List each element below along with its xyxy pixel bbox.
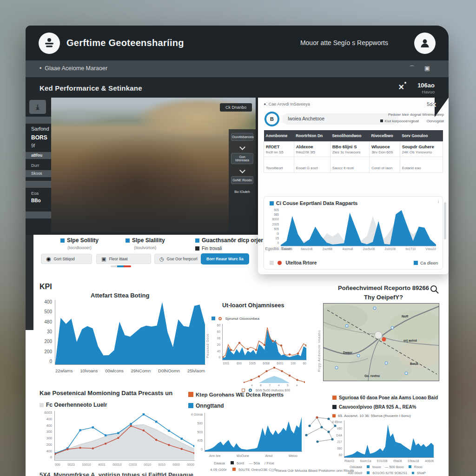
- close-icon[interactable]: ✕: [431, 101, 437, 109]
- header-session-label: Mouor atte Segío s Reppworts: [300, 39, 388, 46]
- legend-3-sub-row: Fin trovali Egedtiti. Txxes: [195, 246, 292, 251]
- tick-label: 600: [237, 362, 242, 365]
- legend-3-sub: Fin trovali: [202, 246, 222, 251]
- frame-icon[interactable]: ▣: [424, 65, 430, 72]
- sidebar-item-eoa[interactable]: Eoa: [31, 191, 39, 196]
- bottom-right-legend-1: Sgurioaa 60 daoa Poae ala Aams Looao Bai…: [332, 395, 438, 400]
- info-icon[interactable]: i: [438, 199, 439, 204]
- map-label: Go. rovtno: [364, 374, 380, 377]
- download-icon[interactable]: ⤓: [29, 100, 46, 114]
- photo-badge[interactable]: Ck Dnanbo: [220, 103, 252, 112]
- sub-label: — 50a: [249, 461, 260, 465]
- nav-active-item[interactable]: • Glaae Aceiome Maraoer: [40, 65, 107, 72]
- bottom-right-yticks: 4 65roxV60D4A21706060: [328, 421, 342, 457]
- legend-2-sub: (Itoulvorton): [126, 245, 165, 250]
- bottom-right-chart: [344, 421, 434, 457]
- sidebar-item-bors[interactable]: BORS: [31, 134, 47, 141]
- sub-label: 6O1OG tUTE 9O62S1: [372, 471, 407, 475]
- overlay-pill-3[interactable]: GoNE Roodo: [231, 176, 253, 184]
- tick-label: 200: [44, 350, 52, 354]
- table-row: RfOETfnclf nn S5 Aldexoefniio2/9t 3t5 BB…: [264, 142, 443, 157]
- chevron-down-icon[interactable]: [239, 144, 245, 150]
- bottom-left-yticks: 60034004003003002004000: [39, 411, 52, 459]
- tick-label: E01008: [377, 460, 387, 463]
- tick-label: 6068: [263, 362, 269, 365]
- col-header: Senolihondwoo: [330, 130, 369, 142]
- legend-item-2: Slpe Slalility (Itoulvorton): [126, 237, 165, 250]
- badge-b-icon[interactable]: B: [264, 112, 279, 126]
- blue-square-icon: [60, 238, 65, 243]
- grey-square-icon: [271, 469, 274, 472]
- primary-action-button[interactable]: Borr Reaur Wurc lia: [201, 253, 249, 264]
- overlay-pill-1[interactable]: Ouvvtisbanoea: [231, 133, 253, 141]
- tick-label: 500: [197, 422, 203, 425]
- tick-label: 0: [201, 448, 203, 451]
- bottom-right-sub-1: Oduaaa touuo — 500 6ooo Rooo: [350, 465, 423, 469]
- map-frame: Noff ex) avirot Dwaor Bwub Go. rovtno: [323, 303, 439, 381]
- legend-3-text: Guacthsanôr dlcp orjer: [202, 237, 263, 244]
- tick-label: 60: [217, 331, 220, 334]
- mini-chart: [244, 366, 305, 383]
- x-axis-line: [344, 457, 434, 458]
- tick-label: Rtao03: [344, 460, 354, 463]
- brand-logo-icon[interactable]: [39, 33, 60, 54]
- dots-icon: ●⁚: [264, 102, 269, 106]
- panel-chart-xticks: 6aaou86aou1n82octt884ocinu82oo5o082o0t10…: [281, 248, 436, 251]
- alert-marker-icon: [382, 337, 386, 342]
- mid-chart-title: Ut-Ioaort Ohjamnisees: [222, 302, 284, 309]
- teal-square-icon: [412, 472, 414, 474]
- bottom-right-legend-2: Cauvooxlpivoo (BRA 925 A., REA%: [332, 404, 416, 410]
- bottom-left-xticks: 000002310010400100010C003001000100000000…: [55, 463, 194, 466]
- sidebar-item-durr[interactable]: Durr: [31, 163, 40, 168]
- sub-label: 4.05 G00r: [210, 468, 227, 472]
- user-avatar[interactable]: [414, 33, 436, 54]
- tick-label: E5tau18: [408, 460, 419, 463]
- tick-label: 0l: [277, 232, 279, 236]
- tick-label: 585: [274, 213, 279, 217]
- bottom-left-legend: Fc Oeerhenneoto Luelr: [40, 402, 107, 408]
- sub-label: / Froe: [264, 461, 274, 465]
- black-square-icon: [380, 119, 383, 122]
- sidebar-item-sarfond[interactable]: Sarfond: [31, 126, 49, 132]
- legend-1-sub: (Iocrdtoooer): [60, 245, 99, 250]
- tick-label: 400: [46, 450, 52, 453]
- bullet-icon: •: [40, 65, 41, 72]
- blue-square-icon: [126, 238, 130, 243]
- tick-label: 2octt88: [323, 248, 332, 251]
- report-table: Aovnbonne Roortrhton Dn Senolihondwoo Ri…: [264, 130, 443, 173]
- tick-label: 8000: [272, 218, 279, 221]
- search-icon[interactable]: [430, 284, 440, 295]
- bottom-right-legend-3: 65. Aoosnvt. 10 36: 55oroa (fhuoerin I 6…: [332, 414, 411, 418]
- sidebar-item-bbo[interactable]: BBo: [31, 198, 41, 203]
- overlay-pill-4[interactable]: Bo IOuleh: [231, 188, 253, 196]
- cell-value: Saocc lt reoti: [332, 159, 367, 170]
- tools-icon[interactable]: ✕: [398, 83, 404, 92]
- tick-label: 10010: [82, 463, 91, 466]
- floor-button[interactable]: ▣Fleor ittaat: [96, 254, 151, 264]
- tick-label: 4: [251, 384, 252, 387]
- overlay-pill-2[interactable]: Gon Idrereaea: [231, 153, 253, 164]
- col-header: Sorv Goouloo: [400, 130, 443, 142]
- panel-breadcrumb-label: Cae Arovdi InSaveeya: [269, 102, 310, 106]
- arc-icon[interactable]: ⌒: [409, 65, 415, 73]
- scrollbar[interactable]: [444, 202, 446, 239]
- col-header: Roortrhton Dn: [294, 130, 330, 142]
- sidebar-item-9f[interactable]: 9f: [31, 143, 35, 148]
- bottom-mid-yticks: 4 Güroa5005034050: [187, 413, 203, 451]
- map[interactable]: Noff ex) avirot Dwaor Bwub Go. rovtno: [324, 304, 439, 381]
- map-label: ex) avirot: [403, 339, 417, 343]
- tick-label: 4 Güroa: [191, 413, 203, 416]
- tick-label: Ann bre: [209, 454, 221, 457]
- tick-label: 505: [274, 228, 279, 231]
- tick-label: 6oorc1a: [360, 460, 371, 463]
- panel-note-2: Kiut korpoooervgioat: [380, 119, 419, 123]
- start-button[interactable]: ◉Gort Sttiqod: [41, 254, 92, 264]
- frame-icon: ▣: [101, 256, 106, 262]
- chevron-down-icon[interactable]: [239, 167, 245, 173]
- cell-title: Wluuoce: [371, 144, 398, 149]
- bottom-mid-chart: [205, 413, 302, 451]
- tick-label: 6003: [44, 411, 52, 415]
- tick-label: 2o0t108: [385, 248, 396, 251]
- map-label: Dwaor: [343, 351, 352, 354]
- bottom-mid-legend-1-label: Ktep Gorohans WE Dctea Repertts: [196, 392, 284, 397]
